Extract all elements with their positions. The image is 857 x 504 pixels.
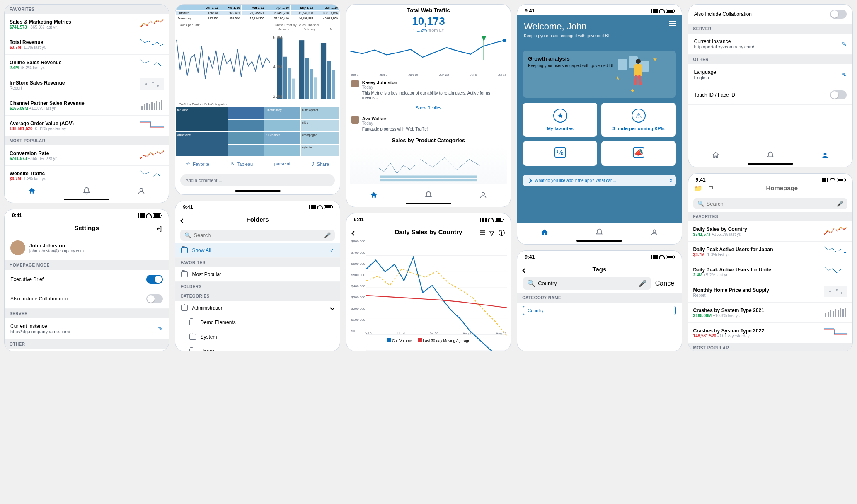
- home-icon[interactable]: [712, 151, 720, 160]
- metric-row[interactable]: Channel Partner Sales Revenue $165.09M +…: [5, 95, 169, 116]
- back-icon[interactable]: [523, 267, 526, 274]
- metric-row[interactable]: Crashes by System Type 2022 148,581,520 …: [688, 323, 852, 343]
- bell-icon[interactable]: [82, 187, 91, 195]
- tab-bar: [688, 146, 852, 163]
- comment[interactable]: Ava WalkerTodayFantastic progress with W…: [346, 113, 511, 135]
- bell-icon[interactable]: [595, 228, 603, 237]
- toggle-on[interactable]: [146, 275, 163, 284]
- most-popular-folder[interactable]: Most Popular: [175, 267, 339, 282]
- svg-point-1: [145, 83, 147, 85]
- layers-icon[interactable]: ☰: [480, 229, 485, 237]
- metric-row[interactable]: Daily Peak Active Users for Japan $3.7M …: [688, 242, 852, 262]
- svg-rect-52: [833, 311, 834, 317]
- favorites-tile[interactable]: ★My favorites: [523, 103, 597, 137]
- user-icon[interactable]: [137, 187, 145, 195]
- category-name-header: CATEGORY NAME: [517, 293, 681, 303]
- avatar: [10, 240, 25, 255]
- warning-icon: ⚠: [632, 109, 646, 123]
- demo-elements-folder[interactable]: Demo Elements: [175, 315, 339, 330]
- bell-icon[interactable]: [424, 191, 433, 199]
- gross-profit-chart: 60M40M20M: [271, 31, 340, 99]
- system-folder[interactable]: System: [175, 330, 339, 344]
- touchid-row[interactable]: Touch ID / Face ID: [688, 85, 852, 105]
- info-icon[interactable]: ⓘ: [499, 229, 505, 237]
- tile-4[interactable]: 📣: [601, 141, 675, 166]
- chart-detail-header: Daily Sales by Country ☰▽ⓘ: [346, 224, 511, 240]
- svg-point-28: [502, 39, 506, 42]
- logout-icon[interactable]: [155, 225, 163, 233]
- show-all-row[interactable]: Show All✓: [175, 243, 339, 258]
- show-replies[interactable]: Show Replies: [346, 103, 511, 113]
- home-icon[interactable]: [370, 191, 378, 199]
- search-input[interactable]: 🔍 🎤: [180, 230, 334, 241]
- user-icon[interactable]: [650, 228, 658, 237]
- kpi-tile[interactable]: ⚠3 underperforming KPIs: [601, 103, 675, 137]
- more-icon[interactable]: ⋯: [501, 80, 506, 100]
- executive-brief-row[interactable]: Executive Brief: [5, 270, 169, 289]
- action-bar: ☆ Favorite ⇱ Tableau parseint⤴ Share: [175, 157, 339, 170]
- collaboration-row[interactable]: Also Include Collaboration: [688, 5, 852, 24]
- collaboration-row[interactable]: Also Include Collaboration: [5, 289, 169, 309]
- svg-rect-5: [144, 104, 145, 110]
- tag-icon[interactable]: 🏷: [707, 184, 713, 192]
- metric-row[interactable]: Monthly Home Price and Supply Report: [688, 282, 852, 303]
- toggle-off[interactable]: [830, 90, 847, 99]
- metric-row[interactable]: Website Traffic $3.7M -1.3% last yr.: [5, 166, 169, 182]
- metric-row[interactable]: Daily Peak Active Users for Unite 2.4M +…: [688, 262, 852, 282]
- filter-icon[interactable]: ▽: [489, 229, 494, 237]
- profile-row[interactable]: John Johnstonjohn.johnston@company.com: [5, 235, 169, 260]
- administration-folder[interactable]: Administration: [175, 301, 339, 315]
- language-row[interactable]: LanguageEnglish✎: [5, 349, 169, 351]
- metric-row[interactable]: In-Store Sales Revenue Report: [5, 75, 169, 95]
- edit-icon[interactable]: ✎: [158, 325, 163, 332]
- instance-row[interactable]: Current Instancehttp://portal.xyzcompany…: [688, 34, 852, 55]
- metric-row[interactable]: Sales & Marketing Metrics $741,573 +365.…: [5, 14, 169, 34]
- close-icon[interactable]: ✕: [669, 178, 673, 183]
- sparkline: [140, 119, 164, 132]
- tab-bar: [517, 223, 681, 240]
- edit-icon[interactable]: ✎: [842, 71, 847, 78]
- traffic-title: Total Web Traffic: [346, 5, 511, 15]
- current-instance-row[interactable]: Current Instancehttp://stg.companyname.c…: [5, 318, 169, 339]
- metric-row[interactable]: Online Sales Revenue 2.4M +5.2% last yr.: [5, 55, 169, 75]
- feedback-prompt[interactable]: What do you like about the app? What can…: [523, 175, 675, 186]
- home-icon[interactable]: [540, 228, 549, 237]
- svg-rect-10: [156, 101, 157, 110]
- country-tag[interactable]: Country: [523, 306, 675, 315]
- cancel-button[interactable]: Cancel: [655, 280, 676, 287]
- svg-point-2: [152, 82, 154, 83]
- back-icon[interactable]: [352, 229, 356, 236]
- edit-icon[interactable]: ✎: [842, 41, 847, 47]
- folder-icon[interactable]: 📁: [694, 184, 702, 192]
- share-action[interactable]: ⤴ Share: [312, 161, 329, 167]
- metric-row[interactable]: Average Order Value (AOV) 148,581,520 -0…: [5, 116, 169, 136]
- metric-row[interactable]: Crashes by System Type 2021 $165.09M +10…: [688, 303, 852, 323]
- comment[interactable]: Kasey JohnstonTodayThis Metric is a key …: [346, 77, 511, 103]
- toggle-off[interactable]: [146, 294, 163, 303]
- favorite-action[interactable]: ☆ Favorite: [186, 161, 209, 167]
- menu-icon[interactable]: [669, 21, 676, 26]
- back-icon[interactable]: [181, 217, 184, 224]
- home-icon[interactable]: [28, 187, 36, 195]
- traffic-sparkline: [350, 34, 507, 70]
- user-icon[interactable]: [479, 191, 487, 199]
- metric-row[interactable]: Daily Sales by Country $741,573 +365.3% …: [688, 221, 852, 242]
- tags-search[interactable]: 🔍🎤: [523, 277, 651, 290]
- usage-folder[interactable]: Usage: [175, 344, 339, 351]
- svg-rect-6: [146, 103, 148, 110]
- toggle-off[interactable]: [830, 10, 847, 19]
- language-row[interactable]: LanguageEnglish✎: [688, 64, 852, 85]
- metric-row[interactable]: Total Revenue $3.7M -1.3% last yr.: [5, 34, 169, 55]
- metric-row[interactable]: Conversion Rate $741,573 +365.3% last yr…: [5, 145, 169, 166]
- folders-header2: FOLDERS: [175, 282, 339, 291]
- tile-3[interactable]: %: [523, 141, 597, 166]
- sparkline: [140, 149, 164, 162]
- bell-icon[interactable]: [766, 151, 775, 160]
- comment-input[interactable]: Add a comment ...: [180, 174, 334, 186]
- growth-card[interactable]: Growth analysisKeeping your users engage…: [523, 51, 675, 98]
- search-input[interactable]: 🔍 🎤: [693, 198, 847, 209]
- tableau-action[interactable]: ⇱ Tableau: [231, 161, 253, 167]
- traffic-change: ↑ 1.2% from LY: [346, 28, 511, 33]
- user-icon[interactable]: [821, 151, 829, 160]
- mini-dashboard[interactable]: [350, 147, 507, 184]
